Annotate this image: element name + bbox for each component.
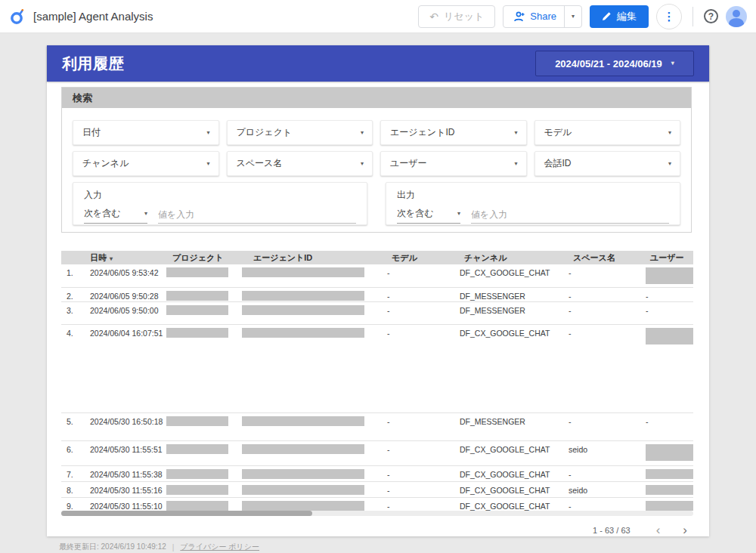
more-options-button[interactable]: ⋮ bbox=[656, 4, 682, 29]
sort-desc-icon: ▾ bbox=[110, 255, 113, 262]
divider bbox=[692, 7, 693, 26]
redacted-cell bbox=[165, 413, 240, 426]
table-row: 2.2024/06/05 9:50:28-DF_MESSENGER-- bbox=[61, 288, 693, 302]
data-table: 日時▾ プロジェクト エージェントID モデル チャンネル スペース名 ユーザー… bbox=[61, 251, 693, 536]
table-row: 1.2024/06/05 9:53:42-DF_CX_GOOGLE_CHAT- bbox=[61, 264, 693, 288]
avatar[interactable] bbox=[726, 6, 747, 27]
output-operator-select[interactable]: 次を含む ▾ bbox=[397, 207, 460, 224]
filter-model[interactable]: モデル ▾ bbox=[534, 120, 681, 145]
filter-user[interactable]: ユーザー ▾ bbox=[380, 151, 527, 176]
chevron-down-icon: ▾ bbox=[361, 130, 364, 136]
chevron-down-icon: ▾ bbox=[668, 130, 671, 136]
output-value-field[interactable] bbox=[471, 209, 669, 224]
table-cell: 4. bbox=[61, 325, 88, 338]
table-cell: DF_CX_GOOGLE_CHAT bbox=[458, 325, 567, 338]
input-value-field[interactable] bbox=[158, 209, 356, 224]
table-cell: - bbox=[386, 288, 458, 301]
column-header-datetime[interactable]: 日時▾ bbox=[88, 252, 165, 264]
column-header-model[interactable]: モデル bbox=[386, 252, 458, 264]
reset-button[interactable]: ↶ リセット bbox=[418, 5, 495, 28]
redacted-cell bbox=[644, 441, 693, 461]
table-cell: DF_CX_GOOGLE_CHAT bbox=[458, 441, 567, 454]
table-cell: - bbox=[386, 466, 458, 479]
table-cell: 2024/05/30 11:55:51 bbox=[88, 441, 165, 454]
redacted-cell bbox=[644, 466, 693, 479]
share-button[interactable]: Share ▾ bbox=[503, 5, 582, 28]
table-cell: DF_MESSENGER bbox=[458, 413, 567, 426]
horizontal-scrollbar[interactable] bbox=[61, 511, 693, 516]
table-cell: - bbox=[567, 413, 644, 426]
redacted-cell bbox=[240, 498, 386, 511]
pagination: 1 - 63 / 63 ‹ › bbox=[61, 516, 693, 536]
table-cell: - bbox=[386, 413, 458, 426]
footer: 最終更新日: 2024/6/19 10:49:12 | プライバシー ポリシー bbox=[59, 542, 259, 552]
table-cell: 2024/06/05 9:50:00 bbox=[88, 302, 165, 315]
chevron-down-icon: ▾ bbox=[206, 161, 209, 167]
chevron-down-icon: ▾ bbox=[361, 161, 364, 167]
chevron-down-icon: ▾ bbox=[671, 60, 674, 66]
table-cell: - bbox=[567, 288, 644, 301]
share-label: Share bbox=[530, 11, 556, 22]
chevron-down-icon: ▾ bbox=[457, 211, 460, 217]
redacted-cell bbox=[165, 325, 240, 338]
table-cell: 2024/06/04 16:07:51 bbox=[88, 325, 165, 338]
chevron-right-icon[interactable]: › bbox=[680, 524, 690, 536]
table-cell: 7. bbox=[61, 466, 88, 479]
filter-label: スペース名 bbox=[237, 157, 283, 170]
column-header-project[interactable]: プロジェクト bbox=[165, 252, 240, 264]
redacted-cell bbox=[240, 441, 386, 454]
redacted-cell bbox=[165, 264, 240, 277]
filter-agent-id[interactable]: エージェントID ▾ bbox=[380, 120, 527, 145]
filter-label: モデル bbox=[544, 126, 572, 139]
redacted-cell bbox=[240, 302, 386, 315]
input-text-filter: 入力 次を含む ▾ bbox=[73, 182, 367, 225]
scrollbar-thumb[interactable] bbox=[61, 511, 312, 516]
redacted-cell bbox=[240, 325, 386, 338]
redacted-cell bbox=[165, 441, 240, 454]
date-range-picker[interactable]: 2024/05/21 - 2024/06/19 ▾ bbox=[535, 51, 694, 76]
privacy-policy-link[interactable]: プライバシー ポリシー bbox=[180, 542, 259, 552]
edit-button[interactable]: 編集 bbox=[590, 5, 649, 28]
redacted-cell bbox=[644, 264, 693, 284]
filter-date[interactable]: 日付 ▾ bbox=[73, 120, 219, 145]
redacted-cell bbox=[240, 264, 386, 277]
filter-label: プロジェクト bbox=[237, 126, 293, 139]
table-cell: DF_CX_GOOGLE_CHAT bbox=[458, 264, 567, 277]
table-cell: - bbox=[567, 264, 644, 277]
chevron-down-icon: ▾ bbox=[144, 211, 147, 217]
filter-label: エージェントID bbox=[390, 126, 454, 139]
share-dropdown-button[interactable]: ▾ bbox=[564, 6, 581, 27]
table-cell: DF_CX_GOOGLE_CHAT bbox=[458, 482, 567, 495]
help-icon[interactable]: ? bbox=[704, 9, 718, 23]
filter-channel[interactable]: チャンネル ▾ bbox=[73, 151, 219, 176]
column-header-agent-id[interactable]: エージェントID bbox=[240, 252, 386, 264]
date-range-value: 2024/05/21 - 2024/06/19 bbox=[555, 58, 662, 70]
table-cell: - bbox=[567, 302, 644, 315]
report-header: 利用履歴 2024/05/21 - 2024/06/19 ▾ bbox=[47, 45, 709, 82]
redacted-cell bbox=[644, 498, 693, 511]
table-cell: DF_MESSENGER bbox=[458, 288, 567, 301]
table-row: 7.2024/05/30 11:55:38-DF_CX_GOOGLE_CHAT- bbox=[61, 466, 693, 482]
table-row: 8.2024/05/30 11:55:16-DF_CX_GOOGLE_CHATs… bbox=[61, 482, 693, 498]
table-cell: 2024/05/30 16:50:18 bbox=[88, 413, 165, 426]
table-row: 9.2024/05/30 11:55:10-DF_CX_GOOGLE_CHAT- bbox=[61, 498, 693, 510]
table-cell: 9. bbox=[61, 498, 88, 511]
undo-icon: ↶ bbox=[429, 11, 438, 23]
filter-project[interactable]: プロジェクト ▾ bbox=[227, 120, 373, 145]
pagination-label: 1 - 63 / 63 bbox=[593, 526, 631, 535]
chevron-left-icon[interactable]: ‹ bbox=[653, 524, 664, 536]
redacted-cell bbox=[240, 482, 386, 495]
redacted-cell bbox=[165, 482, 240, 495]
column-header-user[interactable]: ユーザー bbox=[644, 252, 693, 264]
column-header-space-name[interactable]: スペース名 bbox=[567, 252, 644, 264]
avatar-person-icon bbox=[733, 10, 740, 17]
filter-space-name[interactable]: スペース名 ▾ bbox=[227, 151, 373, 176]
table-cell: - bbox=[386, 441, 458, 454]
report-canvas: 利用履歴 2024/05/21 - 2024/06/19 ▾ 検索 日付 ▾ プ… bbox=[47, 45, 709, 536]
filter-conversation-id[interactable]: 会話ID ▾ bbox=[534, 151, 681, 176]
table-row: 5.2024/05/30 16:50:18-DF_MESSENGER-- bbox=[61, 413, 693, 441]
input-operator-select[interactable]: 次を含む ▾ bbox=[84, 207, 147, 224]
table-cell: - bbox=[386, 264, 458, 277]
column-header-channel[interactable]: チャンネル bbox=[458, 252, 567, 264]
looker-studio-logo-icon[interactable] bbox=[9, 8, 26, 26]
